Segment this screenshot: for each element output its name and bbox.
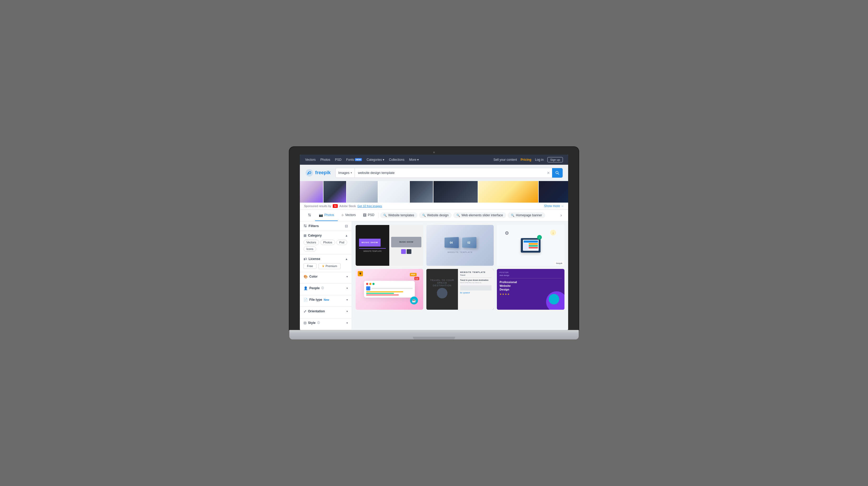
tag-website-templates[interactable]: 🔍 Website templates (380, 212, 417, 218)
tag-website-design[interactable]: 🔍 Website design (419, 212, 452, 218)
license-icon: 🏷 (304, 257, 307, 261)
logo[interactable]: freepik (305, 169, 331, 177)
sell-content-link[interactable]: Sell your content (493, 158, 517, 161)
show-more-button[interactable]: Show more → (544, 204, 564, 208)
signup-button[interactable]: Sign up (547, 157, 563, 162)
license-filter-section: 🏷 License ▲ Free ♛ Premium (300, 254, 352, 272)
chip-icons[interactable]: Icons (304, 246, 316, 251)
laptop-notch (413, 337, 455, 339)
chip-vectors[interactable]: Vectors (304, 240, 319, 245)
nav-collections[interactable]: Collections (389, 158, 405, 161)
free-license-button[interactable]: Free (304, 263, 316, 269)
vectors-icon: ⊹ (341, 213, 344, 217)
results-grid-area: MUSIC SHOW WEBSITE TEMPLATE MUSIC SHOW (352, 221, 568, 330)
sponsored-image-6[interactable] (433, 181, 478, 203)
adobe-free-images-link[interactable]: Get 10 free images (358, 205, 382, 208)
result-card-1[interactable]: MUSIC SHOW WEBSITE TEMPLATE MUSIC SHOW (355, 225, 423, 266)
category-icon: ⊞ (304, 234, 306, 238)
svg-point-10 (304, 225, 305, 225)
search-type-dropdown[interactable]: Images ▾ (336, 168, 355, 178)
sponsored-images-row (300, 181, 568, 203)
tag-web-elements[interactable]: 🔍 Web elements slider interface (453, 212, 506, 218)
style-title: ⊡ Style ⓘ (304, 321, 320, 325)
svg-point-6 (309, 214, 309, 215)
premium-license-button[interactable]: ♛ Premium (318, 263, 341, 269)
style-section-header[interactable]: ⊡ Style ⓘ ▾ (304, 321, 348, 325)
sponsored-image-2[interactable] (323, 181, 347, 203)
sidebar-collapse-button[interactable]: ⊟ (345, 224, 348, 228)
search-clear-icon[interactable]: ✕ (545, 171, 552, 175)
nav-right-section: Sell your content Pricing Log in Sign up (493, 157, 563, 162)
tabs-next-chevron-icon[interactable]: › (558, 213, 564, 218)
travel-left: Travel to your dream destination (426, 269, 458, 310)
logo-text: freepik (315, 170, 331, 176)
result-image-6: POSTER Web design ProfessionalWebsiteDes… (497, 269, 564, 310)
category-chips: Vectors Photos Psd Icons (304, 240, 348, 251)
svg-point-1 (308, 173, 309, 175)
category-section-header[interactable]: ⊞ Category ▲ (304, 234, 348, 238)
tag-homepage-banner[interactable]: 🔍 Homepage banner (508, 212, 545, 218)
result-card-3[interactable]: ↓ ⚙ ↓ freepik (497, 225, 564, 266)
result-card-6[interactable]: POSTER Web design ProfessionalWebsiteDes… (497, 269, 564, 310)
orientation-section-header[interactable]: ⤢ Orientation ▾ (304, 309, 348, 313)
color-section-header[interactable]: 🎨 Color ▾ (304, 275, 348, 279)
license-chevron-icon: ▲ (345, 257, 348, 261)
search-tag-icon-4: 🔍 (511, 214, 515, 217)
search-input[interactable] (355, 168, 545, 178)
svg-point-0 (306, 169, 313, 177)
result-image-2: 04 02 WEBSITE TEMPLATE (426, 225, 494, 266)
nav-more[interactable]: More ▾ (409, 158, 419, 161)
chip-photos[interactable]: Photos (320, 240, 335, 245)
nav-psd[interactable]: PSD (335, 158, 341, 161)
orientation-icon: ⤢ (304, 309, 306, 313)
color-icon: 🎨 (304, 275, 308, 279)
adobe-stock-badge: St (333, 204, 338, 208)
sponsored-image-1[interactable] (300, 181, 323, 203)
filters-label: Filters (304, 224, 319, 228)
filetype-section-header[interactable]: 📄 File type New ▾ (304, 298, 348, 302)
nav-vectors[interactable]: Vectors (305, 158, 316, 161)
license-section-header[interactable]: 🏷 License ▲ (304, 257, 348, 261)
freepik-watermark: freepik (555, 262, 563, 265)
nav-categories[interactable]: Categories ▾ (367, 158, 384, 161)
sponsored-image-7[interactable] (478, 181, 539, 203)
result-card-5[interactable]: Travel to your dream destination WEBSITE… (426, 269, 494, 310)
license-options: Free ♛ Premium (304, 263, 348, 269)
result-card-2[interactable]: 04 02 WEBSITE TEMPLATE (426, 225, 494, 266)
sponsored-image-3[interactable] (347, 181, 378, 203)
sidebar-filters: Filters ⊟ ⊞ Category ▲ (300, 221, 352, 330)
nav-fonts[interactable]: Fonts NEW (346, 158, 362, 161)
travel-right: WEBSITE TEMPLATE Travel Travel to your d… (458, 269, 494, 310)
fonts-new-badge: NEW (355, 158, 362, 161)
search-tag-icon-3: 🔍 (456, 214, 460, 217)
filter-tab-filters-icon[interactable] (304, 209, 315, 221)
tab-psd[interactable]: 🖼 PSD (359, 209, 378, 221)
sponsored-image-4[interactable] (378, 181, 410, 203)
people-icon: 👤 (304, 286, 308, 290)
result-card-4[interactable]: 👤 (355, 269, 423, 310)
svg-point-7 (310, 215, 311, 216)
orientation-title: ⤢ Orientation (304, 309, 325, 313)
sponsored-strip: Sponsored results by St Adobe Stock Get … (300, 181, 568, 210)
people-info-icon[interactable]: ⓘ (321, 286, 324, 290)
category-chevron-icon: ▲ (345, 234, 348, 237)
tab-vectors[interactable]: ⊹ Vectors (338, 209, 359, 221)
search-button[interactable] (552, 168, 563, 178)
login-button[interactable]: Log in (535, 158, 544, 161)
nav-photos[interactable]: Photos (320, 158, 330, 161)
sponsored-image-8[interactable] (539, 181, 568, 203)
chip-psd[interactable]: Psd (336, 240, 347, 245)
pricing-link[interactable]: Pricing (521, 158, 531, 161)
laptop-chin (289, 330, 579, 332)
color-filter-section: 🎨 Color ▾ (300, 272, 352, 284)
color-chevron-icon: ▾ (346, 275, 348, 278)
orientation-filter-section: ⤢ Orientation ▾ (300, 307, 352, 318)
psd-icon: 🖼 (363, 213, 366, 217)
style-filter-section: ⊡ Style ⓘ ▾ (300, 318, 352, 330)
tab-photos[interactable]: 📷 Photos (315, 209, 338, 221)
music-right-panel: MUSIC SHOW (389, 225, 423, 266)
people-section-header[interactable]: 👤 People ⓘ ▾ (304, 286, 348, 290)
style-info-icon[interactable]: ⓘ (317, 321, 320, 325)
sponsored-image-5[interactable] (410, 181, 433, 203)
category-filter-section: ⊞ Category ▲ Vectors Photos Psd Icons (300, 231, 352, 254)
